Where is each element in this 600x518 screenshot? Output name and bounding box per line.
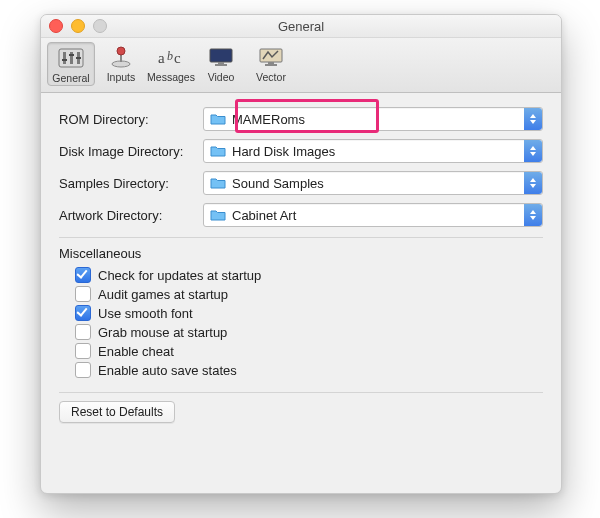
preferences-window: General General bbox=[40, 14, 562, 494]
svg-text:c: c bbox=[174, 50, 181, 66]
dropdown-value: Sound Samples bbox=[232, 176, 324, 191]
checkbox-icon bbox=[75, 362, 91, 378]
svg-rect-17 bbox=[268, 62, 274, 64]
monitor-icon bbox=[203, 44, 239, 70]
dropdown-rom-directory[interactable]: MAMERoms bbox=[203, 107, 543, 131]
text-icon: a b c bbox=[153, 44, 189, 70]
svg-rect-5 bbox=[69, 54, 74, 56]
checkbox-icon bbox=[75, 305, 91, 321]
folder-icon bbox=[210, 177, 226, 189]
close-window-button[interactable] bbox=[49, 19, 63, 33]
prefs-toolbar: General Inputs a b c bbox=[41, 38, 561, 93]
dropdown-value: Cabinet Art bbox=[232, 208, 296, 223]
chevron-updown-icon bbox=[524, 204, 542, 226]
row-samples-directory: Samples Directory: Sound Samples bbox=[59, 171, 543, 195]
tab-label: Messages bbox=[147, 71, 195, 83]
svg-rect-13 bbox=[210, 49, 232, 62]
svg-rect-1 bbox=[63, 52, 66, 64]
dropdown-value: MAMERoms bbox=[232, 112, 305, 127]
svg-point-9 bbox=[117, 47, 125, 55]
label-disk-image-directory: Disk Image Directory: bbox=[59, 144, 203, 159]
label-rom-directory: ROM Directory: bbox=[59, 112, 203, 127]
folder-icon bbox=[210, 145, 226, 157]
sliders-icon bbox=[53, 45, 89, 71]
tab-video[interactable]: Video bbox=[197, 42, 245, 88]
chevron-updown-icon bbox=[524, 172, 542, 194]
vector-icon bbox=[253, 44, 289, 70]
row-artwork-directory: Artwork Directory: Cabinet Art bbox=[59, 203, 543, 227]
svg-rect-2 bbox=[70, 52, 73, 64]
checkbox-icon bbox=[75, 286, 91, 302]
svg-rect-4 bbox=[62, 59, 67, 61]
folder-icon bbox=[210, 113, 226, 125]
tab-label: Video bbox=[208, 71, 235, 83]
label-samples-directory: Samples Directory: bbox=[59, 176, 203, 191]
row-disk-image-directory: Disk Image Directory: Hard Disk Images bbox=[59, 139, 543, 163]
dropdown-samples-directory[interactable]: Sound Samples bbox=[203, 171, 543, 195]
svg-rect-18 bbox=[265, 64, 277, 66]
checkbox-smooth-font[interactable]: Use smooth font bbox=[75, 305, 543, 321]
checkbox-label: Enable cheat bbox=[98, 344, 174, 359]
checkbox-auto-save[interactable]: Enable auto save states bbox=[75, 362, 543, 378]
svg-text:b: b bbox=[167, 49, 173, 63]
checkbox-grab-mouse[interactable]: Grab mouse at startup bbox=[75, 324, 543, 340]
tab-messages[interactable]: a b c Messages bbox=[147, 42, 195, 88]
tab-inputs[interactable]: Inputs bbox=[97, 42, 145, 88]
svg-rect-14 bbox=[218, 62, 224, 64]
separator bbox=[59, 237, 543, 238]
row-rom-directory: ROM Directory: MAMERoms bbox=[59, 107, 543, 131]
svg-rect-6 bbox=[76, 57, 81, 59]
svg-rect-15 bbox=[215, 64, 227, 66]
titlebar: General bbox=[41, 15, 561, 38]
chevron-updown-icon bbox=[524, 108, 542, 130]
tab-general[interactable]: General bbox=[47, 42, 95, 86]
dropdown-disk-image-directory[interactable]: Hard Disk Images bbox=[203, 139, 543, 163]
separator bbox=[59, 392, 543, 393]
checkbox-enable-cheat[interactable]: Enable cheat bbox=[75, 343, 543, 359]
tab-vector[interactable]: Vector bbox=[247, 42, 295, 88]
chevron-updown-icon bbox=[524, 140, 542, 162]
minimize-window-button[interactable] bbox=[71, 19, 85, 33]
checkbox-label: Audit games at startup bbox=[98, 287, 228, 302]
checkbox-label: Grab mouse at startup bbox=[98, 325, 227, 340]
reset-defaults-button[interactable]: Reset to Defaults bbox=[59, 401, 175, 423]
checkbox-audit-games[interactable]: Audit games at startup bbox=[75, 286, 543, 302]
dropdown-artwork-directory[interactable]: Cabinet Art bbox=[203, 203, 543, 227]
checkbox-check-updates[interactable]: Check for updates at startup bbox=[75, 267, 543, 283]
window-controls bbox=[49, 19, 107, 33]
general-pane: ROM Directory: MAMERoms Disk Image Direc… bbox=[41, 93, 561, 433]
checkbox-icon bbox=[75, 343, 91, 359]
checkbox-label: Check for updates at startup bbox=[98, 268, 261, 283]
section-title-misc: Miscellaneous bbox=[59, 246, 543, 261]
label-artwork-directory: Artwork Directory: bbox=[59, 208, 203, 223]
joystick-icon bbox=[103, 44, 139, 70]
tab-label: General bbox=[52, 72, 89, 84]
checkbox-label: Enable auto save states bbox=[98, 363, 237, 378]
checkbox-label: Use smooth font bbox=[98, 306, 193, 321]
folder-icon bbox=[210, 209, 226, 221]
zoom-window-button[interactable] bbox=[93, 19, 107, 33]
dropdown-value: Hard Disk Images bbox=[232, 144, 335, 159]
tab-label: Vector bbox=[256, 71, 286, 83]
checkbox-icon bbox=[75, 267, 91, 283]
checkbox-icon bbox=[75, 324, 91, 340]
window-title: General bbox=[41, 19, 561, 34]
tab-label: Inputs bbox=[107, 71, 136, 83]
svg-text:a: a bbox=[158, 50, 165, 66]
